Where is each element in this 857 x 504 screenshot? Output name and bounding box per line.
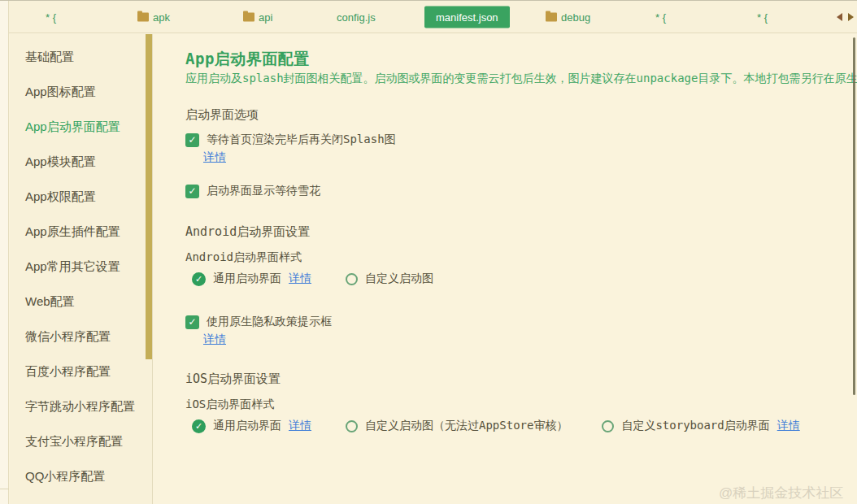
option-native-privacy: ✓ 使用原生隐私政策提示框 bbox=[185, 313, 857, 331]
waiting-spinner-checkbox[interactable]: ✓ bbox=[185, 185, 199, 198]
ios-common-splash-radio[interactable]: ✓ bbox=[192, 419, 206, 433]
page-title: App启动界面配置 bbox=[185, 49, 857, 68]
scroll-tabs-left-icon[interactable] bbox=[837, 13, 842, 21]
sidebar-item-label: App权限配置 bbox=[25, 189, 96, 205]
sidebar-item-label: App常用其它设置 bbox=[25, 259, 120, 275]
android-style-radios: ✓ 通用启动界面 详情 自定义启动图 bbox=[192, 270, 857, 288]
android-common-splash-option: ✓ 通用启动界面 详情 bbox=[192, 272, 311, 286]
ios-common-splash-option: ✓ 通用启动界面 详情 bbox=[192, 419, 311, 433]
section-ios-heading: iOS启动界面设置 bbox=[185, 370, 857, 388]
config-sidebar: 基础配置App图标配置App启动界面配置App模块配置App权限配置App原生插… bbox=[10, 34, 153, 504]
ios-custom-splash-option: 自定义启动图（无法过AppStore审核） bbox=[346, 419, 568, 433]
ios-custom-splash-label: 自定义启动图（无法过AppStore审核） bbox=[365, 419, 568, 433]
ios-storyboard-splash-label: 自定义storyboard启动界面 bbox=[621, 419, 769, 433]
android-custom-splash-label: 自定义启动图 bbox=[365, 272, 433, 286]
sidebar-item-item[interactable]: 百度小程序配置 bbox=[10, 354, 152, 389]
hbuilderx-manifest-editor: * {* {debugmanifest.jsonconfig.jsapiapk*… bbox=[0, 0, 857, 504]
tab-label: debug bbox=[561, 11, 590, 23]
waiting-spinner-label: 启动界面显示等待雪花 bbox=[207, 184, 320, 198]
native-privacy-detail-link[interactable]: 详情 bbox=[203, 332, 226, 345]
folder-icon bbox=[137, 12, 149, 21]
ios-storyboard-splash-option: 自定义storyboard启动界面 详情 bbox=[602, 419, 799, 433]
sidebar-item-Web[interactable]: Web配置 bbox=[10, 285, 152, 319]
tab-api[interactable]: api bbox=[243, 11, 272, 23]
tab-label: config.js bbox=[337, 11, 376, 23]
sidebar-item-App[interactable]: App常用其它设置 bbox=[10, 250, 152, 285]
tab-manifest.json[interactable]: manifest.json bbox=[424, 6, 510, 28]
folder-icon bbox=[243, 12, 254, 21]
wait-splash-detail-link[interactable]: 详情 bbox=[203, 150, 226, 163]
sidebar-item-App[interactable]: App原生插件配置 bbox=[10, 215, 152, 250]
sidebar-item-label: App模块配置 bbox=[25, 154, 96, 170]
android-custom-splash-option: 自定义启动图 bbox=[346, 272, 433, 286]
scroll-tabs-right-icon[interactable] bbox=[848, 13, 854, 21]
left-gutter bbox=[0, 1, 9, 504]
android-common-splash-radio[interactable]: ✓ bbox=[192, 272, 206, 286]
sidebar-item-label: QQ小程序配置 bbox=[25, 469, 105, 484]
ios-style-label: iOS启动界面样式 bbox=[185, 396, 857, 412]
tab-label: * { bbox=[655, 11, 666, 23]
tab-untitled[interactable]: * { bbox=[757, 11, 768, 23]
tab-nav-arrows bbox=[837, 13, 854, 21]
sidebar-item-label: App原生插件配置 bbox=[25, 224, 120, 240]
tab-label: manifest.json bbox=[436, 11, 498, 23]
tab-untitled[interactable]: * { bbox=[46, 11, 56, 23]
sidebar-item-label: 百度小程序配置 bbox=[25, 364, 111, 380]
ios-common-splash-label: 通用启动界面 bbox=[213, 419, 281, 433]
sidebar-item-label: App启动界面配置 bbox=[25, 119, 120, 135]
tab-label: apk bbox=[153, 11, 170, 23]
main-content: App启动界面配置 应用启动及splash封面图相关配置。启动图或界面的变更需云… bbox=[154, 34, 857, 504]
tab-label: * { bbox=[757, 11, 768, 23]
sidebar-item-item[interactable]: 支付宝小程序配置 bbox=[10, 424, 152, 459]
ios-storyboard-detail-link[interactable]: 详情 bbox=[777, 419, 800, 433]
tab-config.js[interactable]: config.js bbox=[337, 11, 376, 23]
watermark: @稀土掘金技术社区 bbox=[719, 484, 843, 502]
section-launch-options-heading: 启动界面选项 bbox=[185, 106, 857, 123]
sidebar-item-label: 字节跳动小程序配置 bbox=[25, 399, 135, 415]
sidebar-item-item[interactable]: 快应用配置 bbox=[10, 494, 152, 504]
sidebar-item-App[interactable]: App启动界面配置 bbox=[10, 110, 152, 145]
wait-splash-checkbox[interactable]: ✓ bbox=[185, 133, 199, 147]
sidebar-item-item[interactable]: 微信小程序配置 bbox=[10, 319, 152, 354]
sidebar-item-label: 支付宝小程序配置 bbox=[25, 434, 123, 450]
android-common-splash-label: 通用启动界面 bbox=[213, 272, 281, 286]
wait-splash-label: 等待首页渲染完毕后再关闭Splash图 bbox=[207, 133, 396, 147]
android-custom-splash-radio[interactable] bbox=[346, 273, 358, 285]
sidebar-item-item[interactable]: 字节跳动小程序配置 bbox=[10, 389, 152, 424]
gutter-separator bbox=[0, 489, 9, 489]
tab-debug[interactable]: debug bbox=[546, 11, 590, 23]
tab-label: * { bbox=[46, 11, 56, 23]
ios-storyboard-splash-radio[interactable] bbox=[602, 420, 614, 432]
folder-icon bbox=[546, 12, 557, 21]
sidebar-item-label: 微信小程序配置 bbox=[25, 329, 111, 345]
sidebar-item-label: Web配置 bbox=[25, 294, 75, 310]
option-wait-splash: ✓ 等待首页渲染完毕后再关闭Splash图 bbox=[185, 131, 857, 149]
ios-custom-splash-radio[interactable] bbox=[346, 420, 358, 432]
sidebar-item-label: App图标配置 bbox=[25, 85, 96, 100]
page-description: 应用启动及splash封面图相关配置。启动图或界面的变更需云打包后生效，图片建议… bbox=[185, 70, 857, 86]
sidebar-item-App[interactable]: App图标配置 bbox=[10, 75, 152, 110]
native-privacy-label: 使用原生隐私政策提示框 bbox=[207, 315, 332, 329]
wait-splash-detail-line: 详情 bbox=[203, 149, 857, 165]
sidebar-scrollbar[interactable] bbox=[146, 34, 152, 359]
option-waiting-spinner: ✓ 启动界面显示等待雪花 bbox=[185, 182, 857, 200]
content-scrollbar[interactable] bbox=[853, 37, 855, 395]
sidebar-item-App[interactable]: App权限配置 bbox=[10, 180, 152, 215]
tab-bar: * {* {debugmanifest.jsonconfig.jsapiapk*… bbox=[9, 1, 857, 33]
tab-label: api bbox=[259, 11, 272, 23]
sidebar-item-QQ[interactable]: QQ小程序配置 bbox=[10, 459, 152, 494]
sidebar-item-label: 基础配置 bbox=[25, 50, 74, 65]
ios-style-radios: ✓ 通用启动界面 详情 自定义启动图（无法过AppStore审核） 自定义sto… bbox=[192, 417, 857, 435]
tab-apk[interactable]: apk bbox=[137, 11, 170, 23]
native-privacy-detail-line: 详情 bbox=[203, 331, 857, 347]
sidebar-item-item[interactable]: 基础配置 bbox=[10, 40, 152, 75]
native-privacy-checkbox[interactable]: ✓ bbox=[185, 315, 199, 329]
section-android-heading: Android启动界面设置 bbox=[185, 223, 857, 241]
ios-common-splash-detail-link[interactable]: 详情 bbox=[289, 419, 311, 433]
android-common-splash-detail-link[interactable]: 详情 bbox=[289, 272, 311, 286]
android-style-label: Android启动界面样式 bbox=[185, 249, 857, 265]
sidebar-item-App[interactable]: App模块配置 bbox=[10, 145, 152, 180]
tab-untitled[interactable]: * { bbox=[655, 11, 666, 23]
